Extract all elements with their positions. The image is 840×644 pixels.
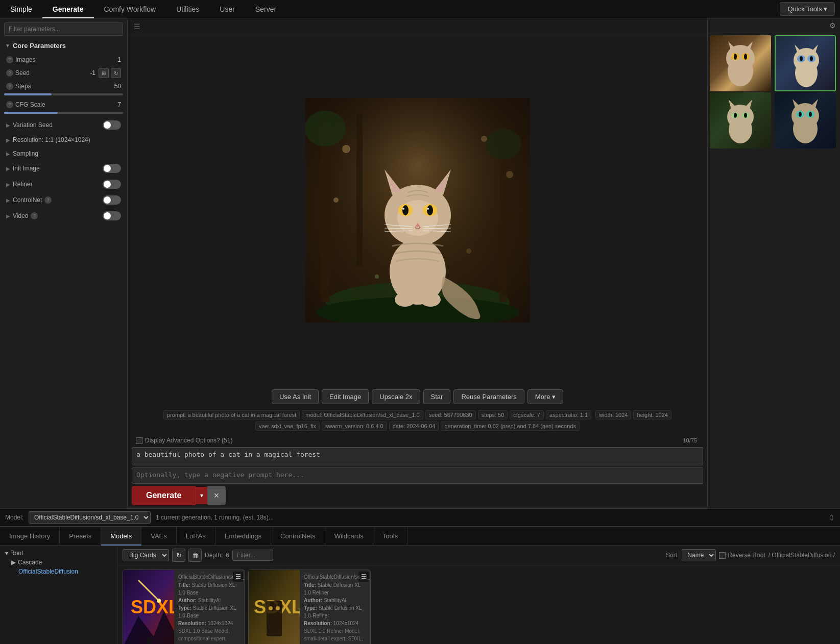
model-res-value: 1024x1024 [208, 621, 233, 626]
variation-seed-toggle[interactable] [103, 120, 121, 130]
gear-icon[interactable]: ⚙ [829, 21, 836, 30]
video-toggle[interactable] [103, 211, 121, 220]
panel-collapse-button[interactable]: ☰ [132, 20, 142, 33]
images-help-icon[interactable]: ? [6, 56, 13, 63]
status-text: 1 current generation, 1 running. (est. 1… [156, 514, 823, 521]
tree-root[interactable]: ▾ Root [3, 549, 114, 558]
meta-gentime: generation_time: 0.02 (prep) and 7.84 (g… [441, 422, 579, 431]
core-parameters-section[interactable]: ▼ Core Parameters [4, 40, 123, 52]
model-card-menu-button-1[interactable]: ☰ [233, 572, 243, 582]
model-card-sdxl-base-inner[interactable]: SDXL [123, 569, 245, 644]
refresh-button[interactable]: ↻ [172, 549, 185, 562]
controlnet-toggle[interactable] [103, 195, 121, 205]
controlnet-label: ControlNet [13, 196, 42, 204]
nav-simple[interactable]: Simple [0, 0, 42, 18]
right-thumbnails-panel: ⚙ [707, 18, 840, 508]
meta-width: width: 1024 [595, 410, 631, 419]
filter-parameters-input[interactable] [4, 22, 123, 36]
tab-loras[interactable]: LoRAs [177, 527, 215, 546]
svg-point-79 [276, 606, 280, 610]
tree-official[interactable]: OfficialStableDiffusion [3, 567, 114, 576]
controlnet-help-icon[interactable]: ? [44, 196, 52, 204]
star-button[interactable]: Star [423, 389, 451, 404]
thumbnail-4[interactable] [775, 92, 836, 148]
sampling-section[interactable]: ▶ Sampling [4, 147, 123, 160]
model-card-menu-button-2[interactable]: ☰ [358, 572, 369, 582]
models-filter-input[interactable] [232, 550, 273, 561]
tab-vaes[interactable]: VAEs [141, 527, 177, 546]
reverse-checkbox-box[interactable] [719, 552, 726, 559]
refiner-section[interactable]: ▶ Refiner [4, 177, 123, 191]
model-path-sdxl-base: OfficialStableDiffusion/sd_xl_base_1.0 [178, 574, 241, 580]
tab-controlnets[interactable]: ControlNets [271, 527, 325, 546]
nav-generate[interactable]: Generate [42, 0, 94, 18]
delete-button[interactable]: 🗑 [188, 549, 202, 562]
resolution-section[interactable]: ▶ Resolution: 1:1 (1024×1024) [4, 134, 123, 146]
seed-random-button[interactable]: ↻ [111, 68, 121, 78]
tab-tools[interactable]: Tools [373, 527, 407, 546]
cfg-help-icon[interactable]: ? [6, 101, 13, 108]
init-image-toggle[interactable] [103, 164, 121, 173]
display-advanced-label[interactable]: Display Advanced Options? (51) [136, 437, 232, 444]
prompt-input[interactable]: a beautiful photo of a cat in a magical … [132, 447, 703, 465]
video-help-icon[interactable]: ? [31, 212, 38, 219]
models-main-area: Big Cards ↻ 🗑 Depth: 6 Sort: Name Revers… [117, 546, 840, 644]
tree-cascade-arrow: ▶ [11, 559, 16, 566]
display-advanced-checkbox[interactable] [136, 437, 142, 444]
refiner-toggle[interactable] [103, 180, 121, 189]
meta-vae: vae: sdxl_vae_fp16_fix [255, 422, 320, 431]
video-arrow: ▶ [6, 213, 10, 219]
thumbnail-1[interactable] [710, 35, 771, 91]
nav-utilities[interactable]: Utilities [166, 0, 209, 18]
tab-wildcards[interactable]: Wildcards [325, 527, 373, 546]
model-select[interactable]: OfficialStableDiffusion/sd_xl_base_1.0 [29, 511, 151, 524]
reuse-parameters-button[interactable]: Reuse Parameters [453, 389, 524, 404]
scroll-to-bottom-icon[interactable]: ⇕ [828, 513, 835, 523]
tab-image-history[interactable]: Image History [0, 527, 60, 546]
tab-models[interactable]: Models [101, 527, 141, 546]
seed-help-icon[interactable]: ? [6, 69, 13, 77]
quick-tools-button[interactable]: Quick Tools ▾ [780, 2, 835, 16]
right-panel-header: ⚙ [708, 18, 840, 33]
steps-help-icon[interactable]: ? [6, 83, 13, 90]
steps-slider[interactable] [4, 93, 123, 95]
model-thumb-sdxl-refiner: SDXL [249, 570, 300, 644]
thumbnail-3[interactable] [710, 92, 771, 148]
controlnet-section[interactable]: ▶ ControlNet ? [4, 193, 123, 207]
steps-value: 50 [114, 83, 121, 90]
generate-dropdown-button[interactable]: ▾ [196, 487, 207, 504]
cfg-scale-slider[interactable] [4, 112, 123, 114]
images-label: Images [15, 56, 35, 63]
model-description-sdxl-refiner: SDXL 1.0 Refiner Model, small-detail exp… [304, 628, 366, 644]
main-image-area [128, 35, 707, 385]
nav-comfy-workflow[interactable]: Comfy Workflow [94, 0, 166, 18]
tab-presets[interactable]: Presets [60, 527, 101, 546]
use-as-init-button[interactable]: Use As Init [272, 389, 319, 404]
upscale-2x-button[interactable]: Upscale 2x [372, 389, 420, 404]
display-advanced-text: Display Advanced Options? (51) [145, 437, 232, 444]
tab-embeddings[interactable]: Embeddings [215, 527, 271, 546]
thumbnail-2[interactable] [775, 35, 836, 91]
variation-seed-section[interactable]: ▶ Variation Seed [4, 118, 123, 132]
nav-server[interactable]: Server [245, 0, 286, 18]
model-details-sdxl-refiner: Title: Stable Diffusion XL 1.0 Refiner A… [304, 581, 366, 644]
meta-aspectratio: aspectratio: 1:1 [546, 410, 591, 419]
model-res-label-2: Resolution: [304, 621, 332, 626]
generate-cancel-button[interactable]: ✕ [207, 486, 226, 505]
cfg-scale-param-row: ? CFG Scale 7 [4, 100, 123, 110]
edit-image-button[interactable]: Edit Image [322, 389, 369, 404]
resolution-label: Resolution: 1:1 (1024×1024) [13, 136, 90, 143]
model-card-sdxl-refiner-inner[interactable]: SDXL Official [248, 569, 371, 644]
generate-button[interactable]: Generate [132, 486, 196, 505]
tree-cascade[interactable]: ▶ Cascade [3, 558, 114, 567]
tree-cascade-label: Cascade [18, 559, 42, 566]
more-button[interactable]: More ▾ [527, 389, 563, 404]
view-select[interactable]: Big Cards [123, 549, 169, 561]
nav-user[interactable]: User [209, 0, 245, 18]
reverse-root-checkbox[interactable]: Reverse Root [719, 552, 765, 559]
sort-select[interactable]: Name [682, 549, 716, 561]
negative-prompt-input[interactable] [132, 467, 703, 484]
init-image-section[interactable]: ▶ Init Image [4, 161, 123, 176]
seed-copy-button[interactable]: ⊞ [99, 68, 109, 78]
video-section[interactable]: ▶ Video ? [4, 209, 123, 223]
